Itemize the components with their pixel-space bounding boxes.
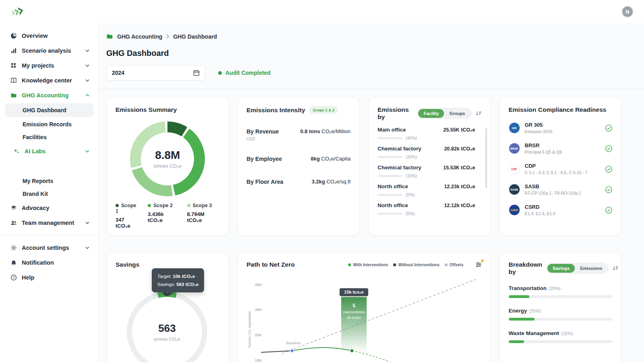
card-title: Emissions Intensity: [247, 107, 305, 114]
sidebar-item-emission-records[interactable]: Emission Records: [0, 118, 98, 131]
sidebar-item-notification[interactable]: Notification: [0, 255, 98, 270]
compliance-row: CSRD CSRD E1.4, E1.5, E1.6: [509, 204, 613, 216]
sidebar-item-my-reports[interactable]: My Reports: [0, 175, 98, 187]
toggle-groups[interactable]: Groups: [444, 109, 470, 118]
filters-row: 2024 Audit Completed: [106, 65, 622, 80]
net-zero-card: Path to Net Zero With Interventions With…: [237, 252, 491, 362]
gear-icon: [10, 244, 17, 251]
breakdown-card: Breakdown by Savings Emissions Transport…: [500, 252, 622, 362]
card-title: Emissions Summary: [116, 106, 220, 113]
legend-item: Scope 2 3.436k tCO₂e: [148, 203, 179, 229]
notification-dot: [481, 259, 484, 262]
topbar: N: [0, 0, 644, 23]
breadcrumb: GHG Accounting GHG Dashboard: [106, 33, 622, 40]
emissions-donut-chart: 8.8M tonnes CO₂e: [130, 121, 205, 196]
facility-row: North office12.23k tCO₂e (5%): [378, 183, 475, 197]
legend-item: Scope 3 8.794M tCO₂e: [187, 203, 220, 229]
facility-bar: [378, 156, 402, 158]
savings-card: Savings Target: 10k tCO₂e Savings: 563 t…: [106, 252, 229, 362]
sasb-logo: SASB: [509, 184, 520, 195]
legend-item: With Interventions: [348, 263, 388, 267]
breakdown-bar: [509, 318, 613, 321]
sidebar-label: Advocacy: [22, 205, 50, 211]
check-circle-icon: [605, 186, 613, 193]
breakdown-bar: [509, 340, 613, 343]
bell-icon: [10, 259, 17, 266]
book-icon: [10, 77, 17, 84]
brsr-logo: BRSR: [509, 143, 520, 154]
sidebar-item-account-settings[interactable]: Account settings: [0, 240, 98, 255]
sidebar-item-overview[interactable]: Overview: [0, 28, 98, 43]
sidebar-label: Help: [22, 274, 34, 281]
sidebar-label: AI Labs: [25, 148, 45, 154]
sidebar-item-brand-kit[interactable]: Brand Kit: [0, 187, 98, 200]
compliance-row: BRSR BRSR Principal 6 Q5 & Q6: [509, 142, 613, 154]
sidebar-label: Notification: [22, 259, 54, 266]
sidebar-item-knowledge-center[interactable]: Knowledge center: [0, 73, 98, 88]
layers-icon: [10, 204, 17, 211]
savings-tooltip: Target: 10k tCO₂e Savings: 563 tCO₂e: [152, 268, 204, 292]
breadcrumb-parent[interactable]: GHG Accounting: [117, 33, 162, 40]
donut-center: 8.8M tonnes CO₂e: [130, 121, 205, 196]
user-avatar[interactable]: N: [621, 6, 634, 18]
toggle-facility[interactable]: Facility: [418, 109, 444, 118]
net-zero-legend: With Interventions Without Interventions…: [348, 261, 481, 268]
sidebar-item-help[interactable]: ? Help: [0, 270, 98, 285]
legend-swatch: [393, 263, 396, 266]
chevron-down-icon: [85, 79, 89, 82]
compliance-card: Emission Compliance Readiness GRI GR 305…: [500, 97, 622, 236]
audit-status: Audit Completed: [218, 70, 270, 76]
grid-icon: [10, 62, 17, 69]
check-circle-icon: [605, 206, 613, 214]
compliance-row: CDP CDP C 5.1 - 5.3, C 6.1 - 6.5, C 6.10…: [509, 163, 613, 175]
facility-bar: [378, 194, 402, 196]
filter-button[interactable]: [475, 261, 482, 268]
sidebar-item-advocacy[interactable]: Advocacy: [0, 200, 98, 215]
sidebar-label: Overview: [22, 33, 48, 39]
page-title: GHG Dashboard: [106, 49, 622, 58]
sidebar-item-ai-labs[interactable]: AI Labs: [0, 144, 98, 158]
cdp-logo: CDP: [509, 163, 520, 175]
legend-swatch: [445, 263, 448, 266]
sidebar-item-ghg-accounting[interactable]: GHG Accounting: [0, 88, 98, 103]
savings-emissions-toggle: Savings Emissions: [546, 263, 609, 274]
legend-dot: [187, 204, 190, 207]
chevron-down-icon: [85, 49, 89, 52]
sidebar-item-ghg-dashboard[interactable]: GHG Dashboard: [5, 103, 93, 117]
svg-text:Baseline: Baseline: [286, 341, 300, 345]
legend-item: Offsets: [445, 263, 463, 267]
svg-text:?: ?: [12, 276, 14, 280]
legend-dot: [116, 204, 119, 207]
legend-swatch: [348, 263, 351, 266]
card-title: Breakdown by: [509, 261, 543, 276]
toggle-emissions[interactable]: Emissions: [575, 264, 607, 273]
dashboard-grid: Emissions Summary 8.8M tonnes CO₂e Scope…: [106, 97, 622, 362]
breakdown-bar: [509, 295, 613, 298]
sidebar-item-team-management[interactable]: Team management: [0, 215, 98, 230]
breakdown-row: Waste Management(15%): [509, 330, 613, 343]
sort-button[interactable]: [476, 111, 482, 116]
sidebar-label: Account settings: [22, 245, 69, 251]
scrollbar-thumb[interactable]: [485, 128, 487, 188]
facility-bar: [378, 137, 402, 139]
scope-badge: Scope 1 & 2: [309, 106, 338, 114]
sidebar-item-facilities[interactable]: Facilities: [0, 131, 98, 144]
sidebar-item-scenario-analysis[interactable]: Scenario analysis: [0, 43, 98, 58]
sidebar-label: Emission Records: [23, 121, 72, 128]
sidebar-label: Knowledge center: [22, 77, 72, 84]
intervention-point: [350, 349, 353, 353]
gauge-center: 563 tonnes CO₂e: [127, 292, 207, 362]
legend-dot: [148, 204, 151, 207]
svg-text:10K: 10K: [255, 358, 262, 362]
donut-unit: tonnes CO₂e: [154, 163, 182, 169]
facility-list: Main office25.55K tCO₂e (40%) Chemical f…: [378, 127, 482, 216]
users-icon: [10, 219, 17, 226]
sidebar-item-my-projects[interactable]: My projects: [0, 58, 98, 73]
toggle-savings[interactable]: Savings: [547, 264, 575, 273]
facility-bar: [378, 175, 402, 177]
sparkles-icon: [13, 148, 20, 154]
savings-value: 563: [158, 322, 175, 335]
sort-button[interactable]: [613, 265, 619, 271]
year-select[interactable]: 2024: [106, 65, 205, 80]
breakdown-row: Transportation(20%): [509, 285, 613, 298]
